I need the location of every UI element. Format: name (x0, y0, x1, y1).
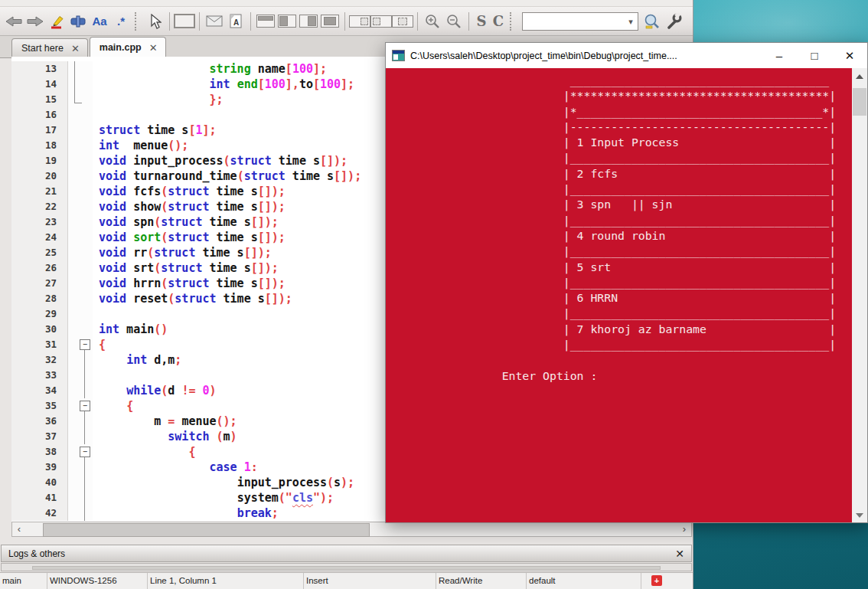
fold-margin (68, 77, 93, 92)
line-number: 37 (11, 429, 68, 444)
zoom-in-icon[interactable] (422, 11, 443, 32)
code-text: system("cls"); (93, 490, 334, 506)
line-number: 31 (11, 337, 68, 352)
code-text (93, 107, 99, 123)
console-vertical-scrollbar[interactable] (852, 68, 867, 522)
fold-margin (68, 214, 93, 230)
style-c-button[interactable]: C (490, 13, 507, 29)
font-case-icon[interactable]: Aa (89, 11, 110, 32)
code-text: void turnaround_time(struct time s[]); (93, 169, 361, 184)
text-page-icon[interactable]: A (225, 11, 246, 32)
console-text: ______________________________________ |… (386, 68, 867, 384)
fold-margin (68, 490, 93, 506)
code-text: struct time s[1]; (93, 123, 217, 138)
toolbar-grip[interactable] (510, 12, 514, 31)
toolbar: Aa.*ASC▾ (0, 7, 693, 36)
toolbar-grip[interactable] (135, 12, 139, 31)
code-text: void rr(struct time s[]); (93, 245, 272, 260)
layout-fill-icon[interactable] (319, 11, 341, 32)
fold-margin (68, 383, 93, 398)
scroll-right-icon[interactable]: › (677, 522, 691, 536)
back-icon[interactable] (3, 11, 24, 32)
code-text (93, 368, 99, 383)
fold-margin (68, 138, 93, 153)
regex-icon[interactable]: .* (110, 11, 132, 32)
fold-margin (68, 123, 93, 138)
line-number: 27 (11, 276, 68, 291)
layout-top-icon[interactable] (255, 11, 276, 32)
line-number: 40 (11, 475, 68, 490)
scroll-up-icon[interactable] (856, 74, 863, 79)
line-number: 26 (11, 260, 68, 276)
code-text: void fcfs(struct time s[]); (93, 184, 286, 199)
console-scrollbar-thumb[interactable] (853, 88, 866, 116)
zoom-out-icon[interactable] (443, 11, 465, 32)
code-text: input_process(s); (93, 475, 354, 490)
toolbar-separator (417, 12, 418, 31)
scroll-down-icon[interactable] (856, 513, 863, 518)
fold-margin (68, 352, 93, 368)
line-number: 25 (11, 245, 68, 260)
console-output[interactable]: ______________________________________ |… (386, 68, 867, 522)
pointer-icon[interactable] (144, 11, 165, 32)
code-text: { (93, 398, 133, 414)
toolbar-separator (468, 12, 469, 31)
line-number: 17 (11, 123, 68, 138)
code-text: void show(struct time s[]); (93, 199, 286, 214)
layout-left-icon[interactable] (276, 11, 298, 32)
svg-text:A: A (233, 18, 239, 27)
line-number: 14 (11, 77, 68, 92)
fold-margin[interactable]: − (68, 444, 93, 460)
layout-right-icon[interactable] (298, 11, 319, 32)
editor-horizontal-scrollbar[interactable]: ‹ › (11, 522, 692, 537)
edit-pencil-icon[interactable] (46, 11, 67, 32)
panel-right-icon[interactable] (349, 11, 370, 32)
search-icon[interactable] (641, 11, 663, 32)
frame-icon[interactable] (174, 11, 195, 32)
line-number: 33 (11, 368, 68, 383)
forward-icon[interactable] (24, 11, 46, 32)
maximize-icon[interactable]: □ (797, 43, 832, 68)
line-number: 39 (11, 460, 68, 475)
line-number: 24 (11, 230, 68, 245)
status-red-plus-icon[interactable]: + (651, 575, 662, 586)
line-number: 20 (11, 169, 68, 184)
envelope-icon[interactable] (204, 11, 225, 32)
tab-main-cpp[interactable]: main.cpp✕ (90, 37, 166, 57)
style-s-button[interactable]: S (473, 13, 490, 29)
chevron-down-icon[interactable]: ▾ (625, 16, 636, 27)
line-number: 21 (11, 184, 68, 199)
logs-close-icon[interactable]: ✕ (675, 548, 684, 560)
line-number: 13 (11, 61, 68, 77)
fold-margin (68, 414, 93, 429)
console-titlebar[interactable]: C:\Users\saleh\Desktop\project_time\bin\… (386, 43, 867, 68)
fold-margin (68, 169, 93, 184)
search-combobox[interactable]: ▾ (522, 12, 638, 31)
line-number: 23 (11, 214, 68, 230)
panel-both-icon[interactable] (392, 11, 413, 32)
status-segment: WINDOWS-1256 (47, 573, 148, 589)
fold-margin (68, 184, 93, 199)
scroll-left-icon[interactable]: ‹ (12, 522, 26, 536)
tab-close-icon[interactable]: ✕ (71, 43, 80, 54)
fold-margin[interactable]: − (68, 398, 93, 414)
fold-margin (68, 460, 93, 475)
scrollbar-thumb[interactable] (43, 523, 370, 537)
tab-label: main.cpp (100, 42, 142, 53)
tab-start-here[interactable]: Start here✕ (11, 38, 88, 57)
line-number: 29 (11, 306, 68, 322)
logs-panel-header: Logs & others ✕ (1, 545, 692, 562)
wrench-icon[interactable] (663, 11, 684, 32)
build-icon[interactable] (67, 11, 89, 32)
fold-margin (68, 306, 93, 322)
close-icon[interactable]: ✕ (832, 43, 867, 68)
minimize-icon[interactable]: – (762, 43, 797, 68)
fold-margin[interactable]: − (68, 337, 93, 352)
fold-margin (68, 260, 93, 276)
panel-left-icon[interactable] (370, 11, 392, 32)
status-segment: Insert (304, 573, 436, 589)
status-bar: mainWINDOWS-1256Line 1, Column 1InsertRe… (0, 572, 693, 589)
status-segment: Read/Write (436, 573, 527, 589)
fold-margin (68, 61, 93, 77)
tab-close-icon[interactable]: ✕ (149, 42, 158, 54)
